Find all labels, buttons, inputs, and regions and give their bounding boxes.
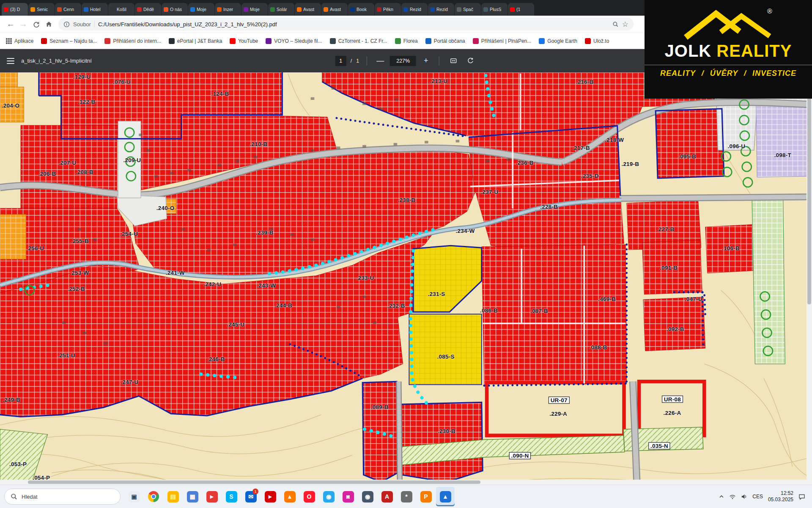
opera-glyph: O [304, 491, 315, 502]
bookmark-item[interactable]: Seznam – Najdu ta... [41, 38, 97, 44]
browser-tab[interactable]: Spač [455, 3, 481, 16]
bookmark-label: Přihlášení do intern... [113, 38, 161, 44]
browser-tab[interactable]: Avast [321, 3, 348, 16]
bookmark-label: Portál občana [434, 38, 465, 44]
browser-tab[interactable]: Moje [188, 3, 214, 16]
browser-tab[interactable]: Senic [28, 3, 55, 16]
avast-icon[interactable]: ▲ [280, 487, 299, 506]
bookmark-star-icon[interactable]: ☆ [622, 20, 628, 29]
clock-date: 05.03.2025 [768, 497, 793, 503]
calculator-glyph: ▦ [187, 491, 198, 502]
forward-button[interactable]: → [17, 18, 30, 30]
bookmark-item[interactable]: CzTorrent - 1. CZ Fr... [330, 38, 387, 44]
notification-icon[interactable] [798, 494, 805, 500]
taskbar-search[interactable]: Hledat [4, 489, 121, 505]
browser-tab[interactable]: Rezid [401, 3, 428, 16]
system-tray: CES 12:52 05.03.2025 [719, 490, 808, 503]
fit-page-button[interactable] [447, 55, 460, 67]
toolbar-divider-2 [439, 56, 439, 66]
toolbar-divider [367, 56, 367, 66]
browser-tab[interactable]: Košil [108, 3, 134, 16]
bookmark-label: Aplikace [14, 38, 33, 44]
bookmark-item[interactable]: VOYO – Sledujte fil... [266, 38, 322, 44]
calculator-icon[interactable]: ▦ [183, 487, 202, 506]
clock-time: 12:52 [768, 490, 793, 497]
bookmark-item[interactable]: Přihlášení | PlnáPen... [473, 38, 532, 44]
browser-tab[interactable]: Book [348, 3, 374, 16]
reload-button[interactable] [30, 18, 42, 30]
task-view-icon[interactable]: ▣ [125, 487, 143, 506]
zone-orange-204 [0, 87, 24, 122]
tab-label: Rezid [436, 7, 448, 12]
address-bar[interactable]: Soubor C:/Users/František/Downloads/up_p… [58, 18, 634, 30]
browser-tab[interactable]: Rezid [428, 3, 454, 16]
browser-tab[interactable]: Solár [268, 3, 294, 16]
zone-red-106 [705, 224, 757, 273]
file-explorer-icon[interactable]: ▤ [164, 487, 182, 506]
mail-icon[interactable]: ✉1 [241, 487, 260, 506]
browser-tab[interactable]: Cenn [55, 3, 81, 16]
tab-favicon [57, 7, 62, 12]
language-indicator[interactable]: CES [752, 494, 763, 500]
zoom-lens-icon[interactable] [612, 21, 619, 28]
fit-page-icon [450, 57, 457, 64]
bookmark-item[interactable]: YouTube [230, 38, 258, 44]
tray-expand-icon[interactable] [719, 494, 724, 499]
bookmark-favicon [41, 38, 47, 44]
pdf-controls: 1 / 1 — 227% + [335, 55, 477, 67]
volume-icon[interactable] [741, 494, 747, 500]
browser-tab[interactable]: Pěkn [375, 3, 401, 16]
back-button[interactable]: ← [4, 18, 17, 30]
zoom-in-button[interactable]: + [420, 55, 431, 66]
browser-tab[interactable]: (1 [508, 3, 534, 16]
url-text[interactable]: C:/Users/František/Downloads/up_pist_UZ_… [98, 21, 609, 28]
steam-icon[interactable]: ◉ [358, 487, 377, 506]
chrome-icon[interactable] [144, 487, 163, 506]
rotate-button[interactable] [464, 55, 477, 67]
opera-icon[interactable]: O [300, 487, 318, 506]
bookmark-item[interactable]: Portál občana [425, 38, 465, 44]
browser-tab[interactable]: PlusS [481, 3, 508, 16]
paint-glyph: P [420, 491, 432, 502]
map-vertical-scrollbar[interactable] [807, 72, 812, 485]
paint-icon[interactable]: P [417, 487, 435, 506]
browser-tab[interactable]: (3) D [2, 3, 28, 16]
bookmark-item[interactable]: Google Earth [539, 38, 577, 44]
scrollbar-thumb-h[interactable] [28, 480, 480, 484]
home-button[interactable] [42, 18, 55, 30]
browser-tab[interactable]: Dědě [135, 3, 161, 16]
photos-icon[interactable]: ▲ [436, 487, 455, 506]
pdf-menu-icon[interactable] [7, 58, 14, 64]
browser-tab[interactable]: Hotel [82, 3, 108, 16]
instagram-icon[interactable]: ◙ [339, 487, 357, 506]
skype-icon[interactable]: S [222, 487, 241, 506]
youtube-icon[interactable]: ► [261, 487, 280, 506]
bookmark-item[interactable]: Aplikace [6, 38, 33, 44]
bookmark-item[interactable]: ePortal | J&T Banka [169, 38, 222, 44]
info-icon[interactable] [63, 21, 70, 28]
bookmark-item[interactable]: Ulož.to [585, 38, 609, 44]
browser-tab[interactable]: Inzer [215, 3, 241, 16]
zoom-out-button[interactable]: — [375, 55, 386, 66]
media-player-icon[interactable]: ► [203, 487, 221, 506]
pdf-page-map[interactable]: .129-U.076-U.124-B.213-U.216-B.204-O.122… [0, 72, 812, 485]
bookmark-favicon [585, 38, 591, 44]
telegram-icon[interactable]: ◉ [319, 487, 338, 506]
map-horizontal-scrollbar[interactable] [0, 480, 812, 485]
zoom-level[interactable]: 227% [390, 56, 416, 66]
browser-tab[interactable]: O nás [162, 3, 188, 16]
wifi-icon[interactable] [729, 494, 736, 500]
acrobat-glyph: A [381, 491, 393, 502]
bookmark-item[interactable]: Přihlášení do intern... [104, 38, 161, 44]
zone-greengrid-strip [752, 196, 785, 364]
page-input[interactable]: 1 [335, 56, 346, 66]
clock[interactable]: 12:52 05.03.2025 [768, 490, 793, 503]
browser-tab[interactable]: Moje [241, 3, 268, 16]
bookmark-label: Přihlášení | PlnáPen... [481, 38, 532, 44]
zone-red-092 [643, 297, 705, 351]
browser-tab[interactable]: Avast [295, 3, 321, 16]
bookmark-item[interactable]: Florea [395, 38, 418, 44]
settings-icon[interactable]: * [397, 487, 416, 506]
scrollbar-thumb-v[interactable] [807, 76, 811, 304]
acrobat-icon[interactable]: A [378, 487, 396, 506]
